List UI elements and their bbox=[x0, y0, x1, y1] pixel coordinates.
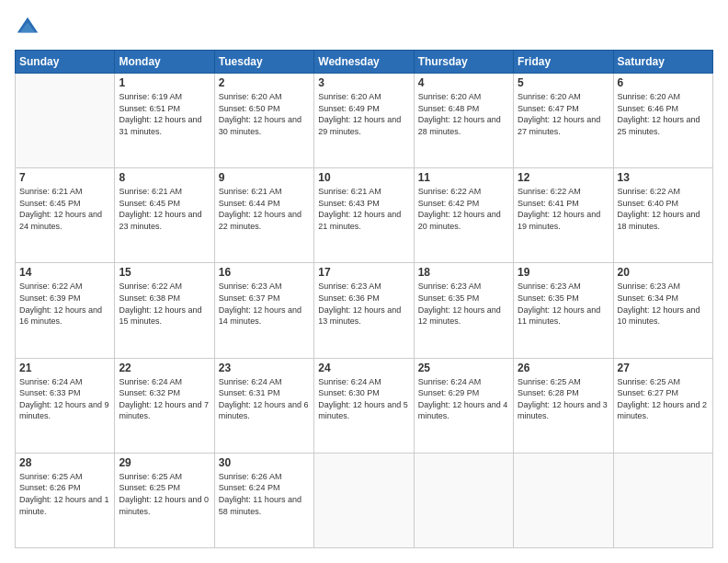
day-info: Sunrise: 6:23 AM Sunset: 6:34 PM Dayligh… bbox=[618, 281, 709, 327]
day-number: 25 bbox=[418, 362, 509, 374]
day-number: 6 bbox=[618, 76, 709, 89]
day-number: 15 bbox=[119, 266, 210, 279]
calendar-header-wednesday: Wednesday bbox=[314, 51, 414, 74]
day-info: Sunrise: 6:22 AM Sunset: 6:40 PM Dayligh… bbox=[618, 186, 709, 232]
day-info: Sunrise: 6:24 AM Sunset: 6:29 PM Dayligh… bbox=[418, 376, 509, 422]
day-info: Sunrise: 6:24 AM Sunset: 6:30 PM Dayligh… bbox=[318, 376, 409, 422]
calendar-cell bbox=[414, 453, 513, 547]
calendar-cell: 16 Sunrise: 6:23 AM Sunset: 6:37 PM Dayl… bbox=[214, 263, 313, 358]
day-number: 3 bbox=[318, 76, 409, 89]
page: SundayMondayTuesdayWednesdayThursdayFrid… bbox=[0, 0, 728, 563]
calendar-cell: 10 Sunrise: 6:21 AM Sunset: 6:43 PM Dayl… bbox=[314, 168, 414, 263]
day-number: 11 bbox=[418, 171, 509, 184]
calendar-cell: 1 Sunrise: 6:19 AM Sunset: 6:51 PM Dayli… bbox=[115, 74, 214, 168]
header bbox=[15, 15, 713, 40]
day-number: 30 bbox=[219, 456, 310, 469]
calendar-cell: 7 Sunrise: 6:21 AM Sunset: 6:45 PM Dayli… bbox=[16, 168, 115, 263]
day-info: Sunrise: 6:20 AM Sunset: 6:50 PM Dayligh… bbox=[219, 91, 310, 137]
day-number: 22 bbox=[119, 362, 210, 374]
day-number: 13 bbox=[618, 171, 709, 184]
day-number: 8 bbox=[119, 171, 210, 184]
calendar-cell bbox=[613, 453, 712, 547]
calendar-cell: 2 Sunrise: 6:20 AM Sunset: 6:50 PM Dayli… bbox=[214, 74, 313, 168]
day-info: Sunrise: 6:25 AM Sunset: 6:28 PM Dayligh… bbox=[518, 376, 609, 422]
calendar-week-1: 1 Sunrise: 6:19 AM Sunset: 6:51 PM Dayli… bbox=[16, 74, 713, 168]
day-number: 17 bbox=[318, 266, 409, 279]
day-info: Sunrise: 6:22 AM Sunset: 6:41 PM Dayligh… bbox=[518, 186, 609, 232]
calendar-cell: 21 Sunrise: 6:24 AM Sunset: 6:33 PM Dayl… bbox=[16, 358, 115, 453]
day-info: Sunrise: 6:25 AM Sunset: 6:25 PM Dayligh… bbox=[119, 471, 210, 517]
day-info: Sunrise: 6:22 AM Sunset: 6:38 PM Dayligh… bbox=[119, 281, 210, 327]
calendar-cell: 12 Sunrise: 6:22 AM Sunset: 6:41 PM Dayl… bbox=[514, 168, 613, 263]
day-number: 18 bbox=[418, 266, 509, 279]
day-info: Sunrise: 6:25 AM Sunset: 6:27 PM Dayligh… bbox=[618, 376, 709, 422]
calendar-cell bbox=[16, 74, 115, 168]
day-number: 28 bbox=[19, 456, 110, 469]
calendar-week-5: 28 Sunrise: 6:25 AM Sunset: 6:26 PM Dayl… bbox=[16, 453, 713, 547]
day-info: Sunrise: 6:20 AM Sunset: 6:48 PM Dayligh… bbox=[418, 91, 509, 137]
day-info: Sunrise: 6:21 AM Sunset: 6:44 PM Dayligh… bbox=[219, 186, 310, 232]
calendar-cell: 30 Sunrise: 6:26 AM Sunset: 6:24 PM Dayl… bbox=[214, 453, 313, 547]
day-info: Sunrise: 6:22 AM Sunset: 6:39 PM Dayligh… bbox=[19, 281, 110, 327]
calendar-header-sunday: Sunday bbox=[16, 51, 115, 74]
calendar-header-row: SundayMondayTuesdayWednesdayThursdayFrid… bbox=[16, 51, 713, 74]
calendar-cell: 8 Sunrise: 6:21 AM Sunset: 6:45 PM Dayli… bbox=[115, 168, 214, 263]
day-number: 27 bbox=[618, 362, 709, 374]
day-number: 10 bbox=[318, 171, 409, 184]
day-info: Sunrise: 6:24 AM Sunset: 6:31 PM Dayligh… bbox=[219, 376, 310, 422]
day-number: 19 bbox=[518, 266, 609, 279]
day-number: 23 bbox=[219, 362, 310, 374]
day-info: Sunrise: 6:23 AM Sunset: 6:35 PM Dayligh… bbox=[518, 281, 609, 327]
calendar-cell: 27 Sunrise: 6:25 AM Sunset: 6:27 PM Dayl… bbox=[613, 358, 712, 453]
day-number: 12 bbox=[518, 171, 609, 184]
day-info: Sunrise: 6:25 AM Sunset: 6:26 PM Dayligh… bbox=[19, 471, 110, 517]
calendar-week-4: 21 Sunrise: 6:24 AM Sunset: 6:33 PM Dayl… bbox=[16, 358, 713, 453]
calendar-cell: 5 Sunrise: 6:20 AM Sunset: 6:47 PM Dayli… bbox=[514, 74, 613, 168]
calendar-cell: 26 Sunrise: 6:25 AM Sunset: 6:28 PM Dayl… bbox=[514, 358, 613, 453]
day-info: Sunrise: 6:21 AM Sunset: 6:43 PM Dayligh… bbox=[318, 186, 409, 232]
calendar-cell: 4 Sunrise: 6:20 AM Sunset: 6:48 PM Dayli… bbox=[414, 74, 513, 168]
calendar-cell: 17 Sunrise: 6:23 AM Sunset: 6:36 PM Dayl… bbox=[314, 263, 414, 358]
day-number: 5 bbox=[518, 76, 609, 89]
calendar-cell: 6 Sunrise: 6:20 AM Sunset: 6:46 PM Dayli… bbox=[613, 74, 712, 168]
day-info: Sunrise: 6:19 AM Sunset: 6:51 PM Dayligh… bbox=[119, 91, 210, 137]
calendar-cell: 15 Sunrise: 6:22 AM Sunset: 6:38 PM Dayl… bbox=[115, 263, 214, 358]
day-number: 24 bbox=[318, 362, 409, 374]
day-number: 4 bbox=[418, 76, 509, 89]
calendar-cell: 22 Sunrise: 6:24 AM Sunset: 6:32 PM Dayl… bbox=[115, 358, 214, 453]
calendar-cell: 3 Sunrise: 6:20 AM Sunset: 6:49 PM Dayli… bbox=[314, 74, 414, 168]
calendar-header-monday: Monday bbox=[115, 51, 214, 74]
logo bbox=[15, 15, 44, 40]
day-info: Sunrise: 6:21 AM Sunset: 6:45 PM Dayligh… bbox=[119, 186, 210, 232]
calendar-cell: 20 Sunrise: 6:23 AM Sunset: 6:34 PM Dayl… bbox=[613, 263, 712, 358]
day-number: 14 bbox=[19, 266, 110, 279]
calendar-header-tuesday: Tuesday bbox=[214, 51, 313, 74]
day-info: Sunrise: 6:20 AM Sunset: 6:47 PM Dayligh… bbox=[518, 91, 609, 137]
calendar: SundayMondayTuesdayWednesdayThursdayFrid… bbox=[15, 50, 713, 548]
calendar-cell: 25 Sunrise: 6:24 AM Sunset: 6:29 PM Dayl… bbox=[414, 358, 513, 453]
day-info: Sunrise: 6:20 AM Sunset: 6:49 PM Dayligh… bbox=[318, 91, 409, 137]
calendar-header-saturday: Saturday bbox=[613, 51, 712, 74]
calendar-cell: 19 Sunrise: 6:23 AM Sunset: 6:35 PM Dayl… bbox=[514, 263, 613, 358]
day-number: 26 bbox=[518, 362, 609, 374]
logo-icon bbox=[15, 15, 40, 40]
calendar-cell: 24 Sunrise: 6:24 AM Sunset: 6:30 PM Dayl… bbox=[314, 358, 414, 453]
calendar-cell: 11 Sunrise: 6:22 AM Sunset: 6:42 PM Dayl… bbox=[414, 168, 513, 263]
calendar-cell: 14 Sunrise: 6:22 AM Sunset: 6:39 PM Dayl… bbox=[16, 263, 115, 358]
day-number: 20 bbox=[618, 266, 709, 279]
day-info: Sunrise: 6:24 AM Sunset: 6:33 PM Dayligh… bbox=[19, 376, 110, 422]
day-number: 16 bbox=[219, 266, 310, 279]
calendar-cell: 28 Sunrise: 6:25 AM Sunset: 6:26 PM Dayl… bbox=[16, 453, 115, 547]
calendar-cell bbox=[514, 453, 613, 547]
day-info: Sunrise: 6:26 AM Sunset: 6:24 PM Dayligh… bbox=[219, 471, 310, 517]
calendar-week-2: 7 Sunrise: 6:21 AM Sunset: 6:45 PM Dayli… bbox=[16, 168, 713, 263]
day-number: 9 bbox=[219, 171, 310, 184]
day-info: Sunrise: 6:22 AM Sunset: 6:42 PM Dayligh… bbox=[418, 186, 509, 232]
calendar-cell: 18 Sunrise: 6:23 AM Sunset: 6:35 PM Dayl… bbox=[414, 263, 513, 358]
calendar-cell: 29 Sunrise: 6:25 AM Sunset: 6:25 PM Dayl… bbox=[115, 453, 214, 547]
day-info: Sunrise: 6:20 AM Sunset: 6:46 PM Dayligh… bbox=[618, 91, 709, 137]
day-number: 21 bbox=[19, 362, 110, 374]
calendar-week-3: 14 Sunrise: 6:22 AM Sunset: 6:39 PM Dayl… bbox=[16, 263, 713, 358]
day-info: Sunrise: 6:23 AM Sunset: 6:36 PM Dayligh… bbox=[318, 281, 409, 327]
calendar-cell: 9 Sunrise: 6:21 AM Sunset: 6:44 PM Dayli… bbox=[214, 168, 313, 263]
